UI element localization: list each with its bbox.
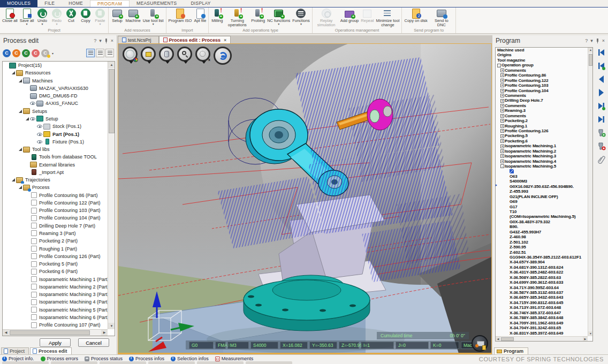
expand-box-icon[interactable]: + xyxy=(500,104,504,108)
tree-item[interactable]: Reaming 3 (Part) xyxy=(3,230,108,237)
scroll-left-icon[interactable]: ◀ xyxy=(496,337,500,341)
program-node[interactable]: + Comments xyxy=(496,68,588,73)
program-node[interactable]: Machine used xyxy=(496,48,588,52)
ribbon-button[interactable]: Minimize tool change xyxy=(375,8,400,31)
tree-item[interactable]: Profile Contouring 126 (Part) xyxy=(3,253,108,260)
gcode-line[interactable]: S4000M3 xyxy=(496,179,588,184)
ribbon-button[interactable]: Setup xyxy=(110,8,124,26)
ribbon-button[interactable]: ! Probing xyxy=(250,8,266,31)
ribbon-button[interactable]: NC functions ▾ xyxy=(266,8,291,31)
tree-item[interactable]: Profile Contouring 104 (Part) xyxy=(3,214,108,222)
ribbon-button[interactable]: Machine xyxy=(124,8,141,26)
tree-item[interactable]: Fixture (Pos.1) xyxy=(3,138,108,146)
visibility-eye-icon[interactable] xyxy=(30,102,35,105)
scroll-right-icon[interactable]: ▶ xyxy=(583,337,588,341)
expand-arrow-icon[interactable] xyxy=(25,216,29,220)
tree-vertical-scrollbar[interactable]: ▲ ▼ xyxy=(108,62,115,329)
tree-item[interactable]: Project(15) xyxy=(3,62,108,69)
status-panel-handle[interactable] xyxy=(197,361,244,364)
expand-arrow-icon[interactable] xyxy=(25,300,29,304)
pin-icon[interactable] xyxy=(104,39,108,43)
program-node[interactable]: + Comments xyxy=(496,103,588,108)
ribbon-button[interactable]: Paste ▾ xyxy=(93,8,107,26)
expand-arrow-icon[interactable] xyxy=(25,86,29,90)
program-node[interactable]: Tool magazine xyxy=(496,58,588,63)
gcode-line[interactable]: Z-455.993 xyxy=(496,189,588,194)
expand-box-icon[interactable]: + xyxy=(500,129,504,133)
program-node[interactable]: + Profile Contouring.104 xyxy=(496,88,588,93)
left-panel-tab[interactable]: Process edit xyxy=(30,347,72,354)
gcode-line[interactable]: X-34.704Y-391.324Z-603.65 xyxy=(496,325,588,330)
visibility-eye-icon[interactable] xyxy=(37,133,42,136)
expand-box-icon[interactable]: + xyxy=(500,109,504,112)
ribbon-tab[interactable]: FILE xyxy=(37,0,62,7)
status-panel-handle[interactable] xyxy=(246,361,292,364)
expand-arrow-icon[interactable] xyxy=(25,170,29,175)
expand-box-icon[interactable]: - xyxy=(500,164,504,168)
magnifier-zoom-button[interactable] xyxy=(177,47,192,62)
ribbon-button[interactable]: Copy xyxy=(78,8,93,26)
create-orange-button[interactable]: C xyxy=(12,49,20,57)
gcode-line[interactable]: X-36.746Y-385.37Z-603.647 xyxy=(496,310,588,315)
expand-box-icon[interactable]: + xyxy=(500,154,504,158)
gcode-line[interactable]: G0X-38.483Y-379.332 xyxy=(496,219,588,224)
ribbon-button[interactable]: Redo ▾ xyxy=(49,8,64,26)
help-icon[interactable]: ? xyxy=(585,38,588,43)
expand-arrow-icon[interactable] xyxy=(18,185,22,189)
gcode-line[interactable]: O63 xyxy=(496,174,588,179)
expand-box-icon[interactable]: + xyxy=(500,69,504,72)
status-panel-handle[interactable] xyxy=(100,361,146,364)
step-forward-button[interactable] xyxy=(597,102,606,110)
gcode-line[interactable]: G1G94X-36.354Y-385.212Z-603.612F1 xyxy=(496,255,588,260)
expand-arrow-icon[interactable] xyxy=(32,124,36,128)
expand-arrow-icon[interactable] xyxy=(25,208,29,213)
expand-box-icon[interactable]: + xyxy=(500,160,504,163)
ribbon-button[interactable]: Functions ▾ xyxy=(291,8,311,31)
tree-item[interactable]: Isoparametric Machining 5 (Part) xyxy=(3,306,108,314)
globe-render-button[interactable] xyxy=(123,47,138,62)
gcode-line[interactable]: Z-501.102 xyxy=(496,240,588,245)
chevron-down-icon[interactable]: ▾ xyxy=(590,38,593,43)
program-node[interactable]: + Isoparametric Machining.1 xyxy=(496,143,588,148)
viewport-tab[interactable]: Process edit : Process × xyxy=(159,36,231,43)
expand-arrow-icon[interactable] xyxy=(25,285,29,289)
close-icon[interactable]: × xyxy=(602,38,605,43)
visibility-eye-icon[interactable] xyxy=(37,125,42,128)
expand-arrow-icon[interactable] xyxy=(25,254,29,259)
visibility-eye-icon[interactable] xyxy=(30,117,35,120)
gcode-line[interactable]: X-36.665Y-385.343Z-603.643 xyxy=(496,295,588,300)
program-node[interactable]: Origins xyxy=(496,52,588,57)
add-tool-button[interactable] xyxy=(597,128,606,137)
program-node[interactable]: + Roughing.1 xyxy=(496,124,588,128)
tree-item[interactable]: MAZAK_VARIAXIS630 xyxy=(3,85,108,92)
program-node[interactable]: + Profile Contouring.86 xyxy=(496,73,588,78)
tree-item[interactable]: DMG_DMU65-FD xyxy=(3,92,108,100)
play-button[interactable] xyxy=(597,88,606,97)
expand-box-icon[interactable]: + xyxy=(500,145,504,148)
dotted-selection-button[interactable]: x xyxy=(195,47,210,62)
expand-arrow-icon[interactable] xyxy=(25,224,29,228)
scroll-up-icon[interactable]: ▲ xyxy=(108,62,115,68)
paperclip-button[interactable] xyxy=(597,155,606,164)
gcode-line[interactable]: G43Z-455.993H7 xyxy=(496,230,588,234)
ribbon-button[interactable]: Add group xyxy=(339,8,360,31)
expand-arrow-icon[interactable] xyxy=(25,201,29,205)
tree-item[interactable]: Tools from database TOOL xyxy=(3,153,108,161)
tree-item[interactable]: Process xyxy=(3,184,108,191)
program-node[interactable]: + Isoparametric Machining.4 xyxy=(496,159,588,164)
tree-item[interactable]: Profile Contouring 107 (Part) xyxy=(3,321,108,329)
program-node[interactable]: + Pocketing.2 xyxy=(496,118,588,123)
tree-item[interactable]: Profile Contouring 103 (Part) xyxy=(3,207,108,214)
program-horizontal-scrollbar[interactable]: ◀ ▶ xyxy=(496,336,588,341)
tree-item[interactable]: External libraries xyxy=(3,161,108,168)
program-node[interactable]: + Profile Contouring.103 xyxy=(496,83,588,88)
expand-arrow-icon[interactable] xyxy=(25,101,29,105)
gcode-line[interactable]: X-34.681Y-390.131Z-603.624 xyxy=(496,265,588,270)
tree-item[interactable]: Isoparametric Machining 1 (Part) xyxy=(3,275,108,283)
program-node[interactable]: + Isoparametric Machining.2 xyxy=(496,149,588,154)
expand-box-icon[interactable]: + xyxy=(500,114,504,118)
ribbon-tab[interactable]: DISPLAY xyxy=(184,0,217,7)
gcode-line[interactable]: X-34.715Y-390.831Z-603.645 xyxy=(496,300,588,305)
close-icon[interactable]: × xyxy=(111,38,113,43)
tree-item[interactable]: Pocketing 6 (Part) xyxy=(3,268,108,275)
